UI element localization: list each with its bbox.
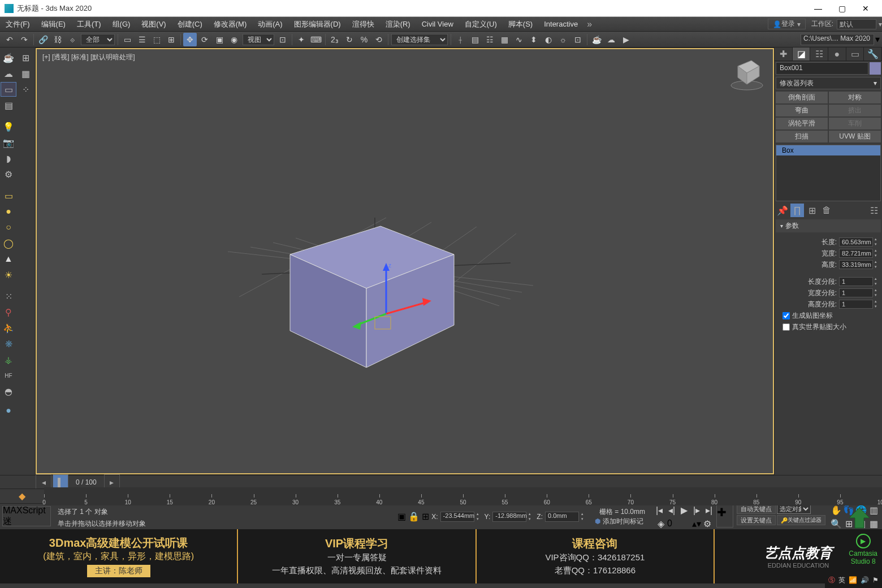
menu-modifiers[interactable]: 修改器(M)	[208, 17, 253, 32]
viewport-perspective[interactable]: [+] [透视] [标准] [默认明暗处理] z	[35, 47, 775, 475]
realworld-checkbox[interactable]: 真实世界贴图大小	[782, 322, 874, 332]
undo-button[interactable]: ↶	[3, 33, 16, 46]
tray-flag-icon[interactable]: ⚑	[872, 576, 879, 584]
display-tab[interactable]: ▭	[846, 47, 864, 60]
spacewarp-icon[interactable]: ⚙	[1, 167, 16, 181]
hf-icon[interactable]: HF	[1, 368, 16, 383]
length-spinner[interactable]: 60.563mm	[839, 237, 873, 247]
setkey-button[interactable]: 设置关键点	[737, 515, 776, 525]
menu-rendering[interactable]: 渲染(R)	[380, 17, 416, 32]
layer-button[interactable]: ☷	[483, 33, 496, 46]
menu-group[interactable]: 组(G)	[107, 17, 136, 32]
mod-chamfer[interactable]: 倒角剖面	[776, 92, 828, 103]
render-view-button[interactable]: ▶	[619, 33, 633, 46]
sun-icon[interactable]: ☀	[1, 267, 16, 282]
pivot-button[interactable]: ⊡	[276, 33, 289, 46]
motion-tab[interactable]: ●	[828, 47, 846, 60]
addtag-button[interactable]: 添加时间标记	[603, 517, 643, 526]
menu-customize[interactable]: 自定义(U)	[459, 17, 503, 32]
mod-uvwmap[interactable]: UVW 贴图	[829, 131, 881, 142]
hseg-spinner[interactable]: 1	[839, 300, 873, 309]
spinner-snap-button[interactable]: ⟲	[372, 33, 386, 46]
height-spinner[interactable]: 33.319mm	[839, 260, 873, 269]
snap-2d-button[interactable]: 2₃	[328, 33, 341, 46]
menu-grapheditors[interactable]: 图形编辑器(D)	[288, 17, 347, 32]
menu-overflow-icon[interactable]: »	[583, 19, 595, 29]
menu-create[interactable]: 创建(C)	[172, 17, 208, 32]
select-name-button[interactable]: ☰	[135, 33, 149, 46]
menu-animation[interactable]: 动画(A)	[252, 17, 288, 32]
cloud-icon[interactable]: ☁	[1, 66, 16, 81]
ball-icon[interactable]: ●	[1, 403, 16, 418]
modifier-stack[interactable]: Box	[776, 145, 881, 201]
viewport-label[interactable]: [+] [透视] [标准] [默认明暗处理]	[42, 53, 135, 62]
panel-icon[interactable]: ▦	[18, 66, 33, 81]
mod-lathe[interactable]: 车削	[829, 118, 881, 129]
helper-icon[interactable]: ◗	[1, 151, 16, 166]
login-button[interactable]: 👤登录▾	[768, 19, 806, 29]
mod-sweep[interactable]: 扫描	[776, 131, 828, 142]
y-input[interactable]: -12.988mm	[492, 512, 526, 522]
percent-snap-button[interactable]: %	[357, 33, 371, 46]
selection-filter-dropdown[interactable]: 全部	[81, 34, 115, 45]
mod-bend[interactable]: 弯曲	[776, 105, 828, 116]
abs-rel-icon[interactable]: ⊞	[422, 511, 429, 522]
configure-sets-button[interactable]: ☷	[867, 204, 881, 217]
key-filters-button[interactable]: 🔑关键点过滤器	[777, 515, 825, 525]
minimize-button[interactable]: —	[806, 1, 830, 16]
render-setup-button[interactable]: ☼	[556, 33, 570, 46]
box-icon[interactable]: ▭	[1, 82, 16, 97]
link-button[interactable]: 🔗	[36, 33, 50, 46]
set-key-big-button[interactable]: ✚	[716, 505, 733, 528]
manipulate-button[interactable]: ✦	[295, 33, 308, 46]
mod-symmetry[interactable]: 对称	[829, 92, 881, 103]
viewcube[interactable]	[727, 53, 767, 93]
width-spinner[interactable]: 82.721mm	[839, 249, 873, 258]
mod-turbosmooth[interactable]: 涡轮平滑	[776, 118, 828, 129]
lock-icon[interactable]: 🔒	[408, 511, 420, 522]
rollout-parameters-header[interactable]: ▾参数	[776, 219, 881, 232]
modifier-list-dropdown[interactable]: 修改器列表▾	[776, 77, 881, 89]
pin-stack-button[interactable]: 📌	[776, 204, 789, 217]
timetag-icon[interactable]: ⬢	[595, 517, 600, 525]
menu-interactive[interactable]: Interactive	[538, 17, 583, 32]
create-tab[interactable]: ✚	[775, 47, 793, 60]
menu-civilview[interactable]: Civil View	[416, 17, 459, 32]
object-color-swatch[interactable]	[870, 62, 881, 75]
lseg-spinner[interactable]: 1	[839, 277, 873, 286]
tray-ime-icon[interactable]: 英	[838, 576, 845, 585]
prev-frame-button[interactable]: ◂|	[665, 504, 678, 516]
sphere-icon[interactable]: ●	[1, 204, 16, 219]
isolate-icon[interactable]: ▣	[397, 511, 406, 522]
x-input[interactable]: -23.544mm	[440, 512, 474, 522]
make-unique-button[interactable]: ⊞	[805, 204, 819, 217]
menu-tools[interactable]: 工具(T)	[71, 17, 107, 32]
keyboard-button[interactable]: ⌨	[309, 33, 323, 46]
select-button[interactable]: ▭	[120, 33, 134, 46]
mapcoords-checkbox[interactable]: 生成贴图坐标	[782, 311, 874, 321]
z-input[interactable]: 0.0mm	[545, 512, 579, 522]
cone-icon[interactable]: ▲	[1, 252, 16, 266]
autokey-button[interactable]: 自动关键点	[737, 504, 776, 514]
unlink-button[interactable]: ⛓	[51, 33, 64, 46]
scale-button[interactable]: ▣	[213, 33, 226, 46]
time-slider[interactable]: ◆ 05101520253035404550556065707580859095…	[0, 488, 882, 503]
rotate-button[interactable]: ⟳	[198, 33, 211, 46]
remove-modifier-button[interactable]: 🗑	[820, 204, 833, 217]
tray-vol-icon[interactable]: 🔊	[861, 576, 869, 584]
render-online-button[interactable]: ☁	[604, 33, 618, 46]
angle-snap-button[interactable]: ↻	[343, 33, 356, 46]
workspace-selector[interactable]: 默认	[837, 19, 876, 29]
teapot-icon[interactable]: ☕	[1, 50, 16, 65]
maximize-button[interactable]: ▢	[830, 1, 854, 16]
menu-edit[interactable]: 编辑(E)	[36, 17, 71, 32]
menu-scripting[interactable]: 脚本(S)	[503, 17, 538, 32]
select-region-button[interactable]: ⬚	[150, 33, 163, 46]
key-mode-button[interactable]: ◈	[655, 517, 667, 530]
schematic-button[interactable]: ⬍	[527, 33, 541, 46]
menu-rendering2[interactable]: 渲得快	[347, 17, 380, 32]
placement-button[interactable]: ◉	[227, 33, 241, 46]
mod-extrude[interactable]: 挤出	[829, 105, 881, 116]
gear-icon[interactable]: ❋	[1, 336, 16, 351]
ref-coord-dropdown[interactable]: 视图	[243, 34, 274, 45]
